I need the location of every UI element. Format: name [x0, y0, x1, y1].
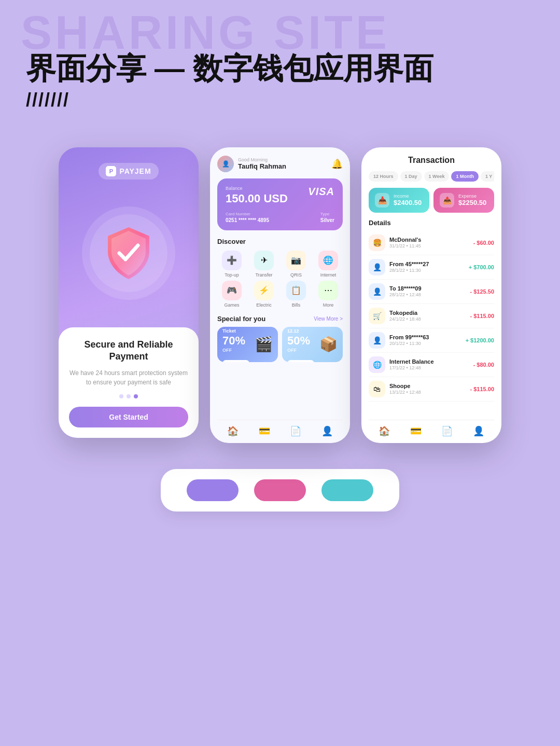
games-icon: 🎮	[222, 281, 242, 300]
shield-glow-inner	[90, 214, 167, 292]
nav-card-icon[interactable]: 💳	[410, 425, 422, 437]
card-number-value: 0251 **** **** 4895	[226, 217, 269, 223]
visa-logo: VISA	[308, 186, 334, 198]
promo-cinema[interactable]: Cinema XXI Ticket 70% OFF View Promo 🎬	[217, 327, 278, 362]
tab-1m[interactable]: 1 Month	[451, 171, 479, 182]
electric-label: Electric	[256, 302, 272, 308]
promo-tokped-pct-block: 50% OFF	[287, 334, 319, 357]
promo-cinema-btn[interactable]: View Promo	[222, 360, 249, 362]
expense-card: 📤 Expense $2250.50	[433, 188, 494, 213]
summary-cards: 📥 Income $2400.50 📤 Expense $2250.50	[369, 188, 494, 213]
discover-qris[interactable]: 📷 QRIS	[282, 251, 311, 278]
view-more-link[interactable]: View More >	[314, 316, 343, 322]
shield-icon	[100, 225, 157, 282]
qris-label: QRIS	[290, 272, 302, 278]
nav-home-icon[interactable]: 🏠	[227, 425, 239, 437]
income-amount: $2400.50	[394, 199, 422, 206]
transaction-list: 🍔 McDonnal's 31/1/22 • 11:45 - $60.00 👤 …	[369, 231, 494, 418]
avatar: 👤	[217, 156, 234, 172]
tx-amount-4: + $1200.00	[466, 337, 494, 343]
tx-icon-0: 🍔	[369, 234, 385, 251]
tx-info-4: From 99*****63 20/1/22 • 11:30	[389, 334, 461, 346]
dashboard-header: 👤 Good Morning Taufiq Rahman 🔔	[217, 156, 343, 172]
tx-date-2: 28/1/22 • 12:48	[389, 292, 466, 297]
table-row: 🛍 Shoope 13/1/22 • 12:48 - $115.00	[369, 377, 494, 402]
discover-bills[interactable]: 📋 Bills	[282, 281, 311, 308]
pagination-dots	[69, 394, 188, 398]
notification-icon[interactable]: 🔔	[331, 158, 343, 170]
topup-icon: ➕	[222, 251, 242, 270]
tx-icon-6: 🛍	[369, 381, 385, 397]
details-title: Details	[369, 219, 494, 227]
nav-tx-icon[interactable]: 📄	[441, 425, 453, 437]
brand-name: PAYJEM	[119, 167, 151, 175]
tx-amount-1: + $700.00	[469, 264, 494, 270]
tx-name-2: To 18*****09	[389, 285, 466, 292]
transaction-title: Transaction	[369, 156, 494, 165]
internet-label: Internet	[320, 272, 337, 278]
tx-amount-2: - $125.50	[470, 288, 494, 295]
tab-1d[interactable]: 1 Day	[400, 171, 422, 182]
tx-name-3: Tokopedia	[389, 310, 466, 316]
transaction-tabs: 12 Hours 1 Day 1 Week 1 Month 1 Y	[369, 171, 494, 182]
income-card: 📥 Income $2400.50	[369, 188, 429, 213]
tx-date-1: 28/1/22 • 11:30	[389, 268, 465, 273]
bg-text: SHARING SITE	[21, 9, 390, 56]
card-type-value: Silver	[320, 217, 334, 223]
discover-title: Discover	[217, 238, 343, 245]
dot-3	[134, 394, 138, 398]
income-label: Income	[394, 194, 422, 199]
discover-electric[interactable]: ⚡ Electric	[249, 281, 278, 308]
transaction-nav: 🏠 💳 📄 👤	[369, 420, 494, 443]
card-bottom: Card Number 0251 **** **** 4895 Type Sil…	[226, 212, 334, 223]
discover-transfer[interactable]: ✈ Transfer	[249, 251, 278, 278]
swatches-section	[0, 443, 560, 532]
table-row: 👤 From 45*****27 28/1/22 • 11:30 + $700.…	[369, 255, 494, 280]
discover-topup[interactable]: ➕ Top-up	[217, 251, 246, 278]
transfer-label: Transfer	[255, 272, 272, 278]
discover-internet[interactable]: 🌐 Internet	[314, 251, 343, 278]
discover-grid: ➕ Top-up ✈ Transfer 📷 QRIS 🌐 Internet 🎮 …	[217, 251, 343, 308]
greeting-label: Good Morning	[238, 157, 331, 162]
special-header: Special for you View More >	[217, 315, 343, 323]
tx-date-6: 13/1/22 • 12:48	[389, 390, 466, 395]
promo-tokped-btn[interactable]: View Promo	[287, 360, 314, 362]
tab-1w[interactable]: 1 Week	[424, 171, 450, 182]
table-row: 👤 To 18*****09 28/1/22 • 12:48 - $125.50	[369, 280, 494, 304]
tx-name-1: From 45*****27	[389, 261, 465, 267]
more-icon: ⋯	[318, 281, 338, 300]
nav-home-icon[interactable]: 🏠	[379, 425, 390, 437]
user-name: Taufiq Rahman	[238, 162, 331, 170]
get-started-button[interactable]: Get Started	[69, 407, 188, 427]
discover-games[interactable]: 🎮 Games	[217, 281, 246, 308]
card-type-block: Type Silver	[320, 212, 334, 223]
card-number-block: Card Number 0251 **** **** 4895	[226, 212, 269, 223]
page-title: 界面分享 — 数字钱包应用界面	[26, 52, 534, 85]
slash-decoration: ///////	[26, 89, 534, 111]
table-row: 🍔 McDonnal's 31/1/22 • 11:45 - $60.00	[369, 231, 494, 255]
phone-transaction: Transaction 12 Hours 1 Day 1 Week 1 Mont…	[361, 147, 501, 443]
nav-history-icon[interactable]: 📄	[290, 425, 301, 437]
tx-date-4: 20/1/22 • 11:30	[389, 341, 461, 346]
nav-profile-icon[interactable]: 👤	[473, 425, 484, 437]
phone-dashboard: 👤 Good Morning Taufiq Rahman 🔔 Balance 1…	[210, 147, 350, 443]
promo-tokopedia[interactable]: Tokopedia 12.12 50% OFF View Promo 📦	[282, 327, 343, 362]
transfer-icon: ✈	[254, 251, 274, 270]
nav-profile-icon[interactable]: 👤	[321, 425, 333, 437]
swatch-teal	[321, 479, 373, 501]
tab-12h[interactable]: 12 Hours	[369, 171, 398, 182]
games-label: Games	[224, 302, 239, 308]
nav-card-icon[interactable]: 💳	[259, 425, 270, 437]
shield-area	[82, 179, 175, 327]
tx-info-1: From 45*****27 28/1/22 • 11:30	[389, 261, 465, 273]
tx-info-0: McDonnal's 31/1/22 • 11:45	[389, 237, 469, 248]
tx-name-0: McDonnal's	[389, 237, 469, 243]
tab-1y[interactable]: 1 Y	[481, 171, 494, 182]
shield-glow-outer	[82, 206, 175, 300]
tx-info-3: Tokopedia 24/1/22 • 18:48	[389, 310, 466, 322]
card-number-label: Card Number	[226, 212, 269, 216]
discover-more[interactable]: ⋯ More	[314, 281, 343, 308]
greeting-block: Good Morning Taufiq Rahman	[238, 157, 331, 170]
tx-info-6: Shoope 13/1/22 • 12:48	[389, 383, 466, 395]
tx-icon-1: 👤	[369, 259, 385, 275]
